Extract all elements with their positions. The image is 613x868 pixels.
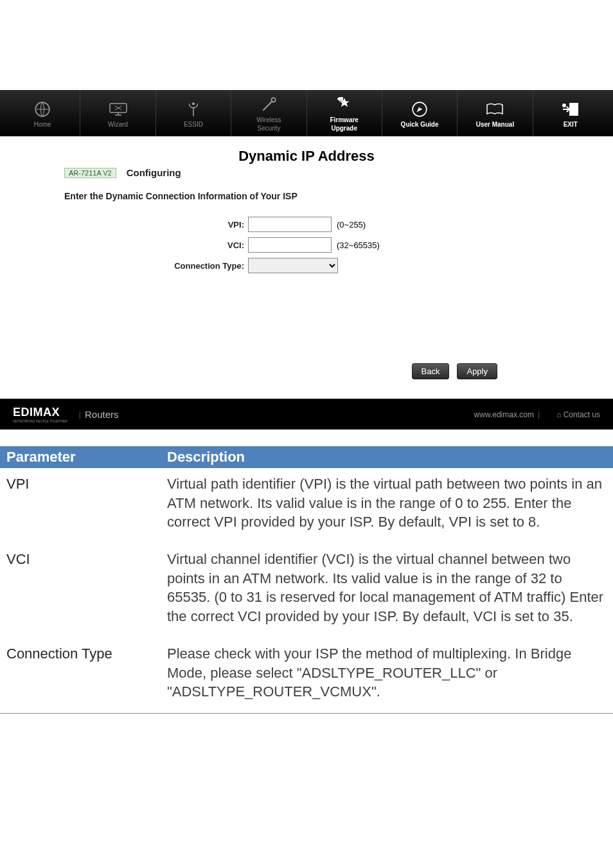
footer-contact-label: Contact us xyxy=(564,410,600,419)
nav-firmware-label-bot: Upgrade xyxy=(331,125,357,132)
brand-sub: NETWORKING PEOPLE TOGETHER xyxy=(13,419,67,423)
antenna-icon xyxy=(185,99,202,120)
book-icon xyxy=(486,99,504,120)
content-area: Dynamic IP Address AR-7211A V2 Configuri… xyxy=(0,136,613,399)
compass-icon xyxy=(411,99,428,120)
vpi-range: (0~255) xyxy=(337,220,366,230)
param-name-vpi: VPI xyxy=(0,468,161,543)
footer-divider-2: | xyxy=(538,410,540,419)
svg-rect-6 xyxy=(569,103,578,116)
vpi-label: VPI: xyxy=(26,220,248,230)
nav-wizard-label: Wizard xyxy=(108,121,128,128)
svg-point-2 xyxy=(192,102,195,105)
footer-url[interactable]: www.edimax.com xyxy=(474,410,534,419)
footer-bar: EDIMAX NETWORKING PEOPLE TOGETHER | Rout… xyxy=(0,399,613,429)
nav-quick-guide[interactable]: Quick Guide xyxy=(382,90,458,136)
brand-logo: EDIMAX NETWORKING PEOPLE TOGETHER xyxy=(13,406,67,423)
model-tag: AR-7211A V2 xyxy=(64,168,116,178)
svg-point-7 xyxy=(562,104,566,107)
nav-exit[interactable]: EXIT xyxy=(533,90,608,136)
wand-icon xyxy=(260,95,277,115)
nav-quickguide-label: Quick Guide xyxy=(401,121,439,128)
globe-icon xyxy=(34,99,51,120)
nav-home-label: Home xyxy=(34,121,51,128)
nav-user-manual[interactable]: User Manual xyxy=(458,90,533,136)
conn-type-select[interactable] xyxy=(248,258,338,273)
nav-home[interactable]: Home xyxy=(5,90,80,136)
svg-point-3 xyxy=(272,98,276,102)
footer-section: Routers xyxy=(85,409,119,420)
nav-wireless-label-top: Wireless xyxy=(256,116,281,123)
nav-essid-label: ESSID xyxy=(184,121,203,128)
table-row: VCI Virtual channel identifier (VCI) is … xyxy=(0,543,613,638)
table-row: VPI Virtual path identifier (VPI) is the… xyxy=(0,468,613,543)
nav-wizard[interactable]: Wizard xyxy=(80,90,155,136)
footer-divider: | xyxy=(79,410,81,419)
vci-range: (32~65535) xyxy=(337,240,380,250)
nav-firmware-label-top: Firmware xyxy=(330,116,358,123)
param-desc-vpi: Virtual path identifier (VPI) is the vir… xyxy=(161,468,613,543)
monitor-icon xyxy=(109,99,128,120)
back-button[interactable]: Back xyxy=(412,363,450,379)
download-star-icon xyxy=(336,95,353,115)
param-name-conn: Connection Type xyxy=(0,638,161,714)
nav-wireless-label-bot: Security xyxy=(257,125,280,132)
conn-type-label: Connection Type: xyxy=(26,261,248,271)
parameter-table: Parameter Description VPI Virtual path i… xyxy=(0,446,613,714)
page-title: Dynamic IP Address xyxy=(26,148,587,165)
brand-text: EDIMAX xyxy=(13,406,60,419)
nav-essid[interactable]: ESSID xyxy=(156,90,231,136)
nav-wireless-security[interactable]: Wireless Security xyxy=(231,90,306,136)
top-nav: Home Wizard ESSID Wireless Security Firm… xyxy=(0,90,613,136)
info-line: Enter the Dynamic Connection Information… xyxy=(64,191,587,201)
exit-icon xyxy=(562,99,580,120)
table-row: Connection Type Please check with your I… xyxy=(0,638,613,714)
nav-exit-label: EXIT xyxy=(564,121,578,128)
param-name-vci: VCI xyxy=(0,543,161,638)
vci-input[interactable] xyxy=(248,237,332,253)
vci-label: VCI: xyxy=(26,240,248,250)
apply-button[interactable]: Apply xyxy=(457,363,497,379)
footer-contact[interactable]: ⌂ Contact us xyxy=(556,410,600,419)
param-desc-conn: Please check with your ISP the method of… xyxy=(161,638,613,714)
home-small-icon: ⌂ xyxy=(556,410,561,419)
vpi-input[interactable] xyxy=(248,217,332,232)
param-desc-vci: Virtual channel identifier (VCI) is the … xyxy=(161,543,613,638)
page-subtitle: Configuring xyxy=(127,167,181,178)
nav-usermanual-label: User Manual xyxy=(476,121,514,128)
th-description: Description xyxy=(161,446,613,468)
th-parameter: Parameter xyxy=(0,446,161,468)
nav-firmware-upgrade[interactable]: Firmware Upgrade xyxy=(307,90,382,136)
